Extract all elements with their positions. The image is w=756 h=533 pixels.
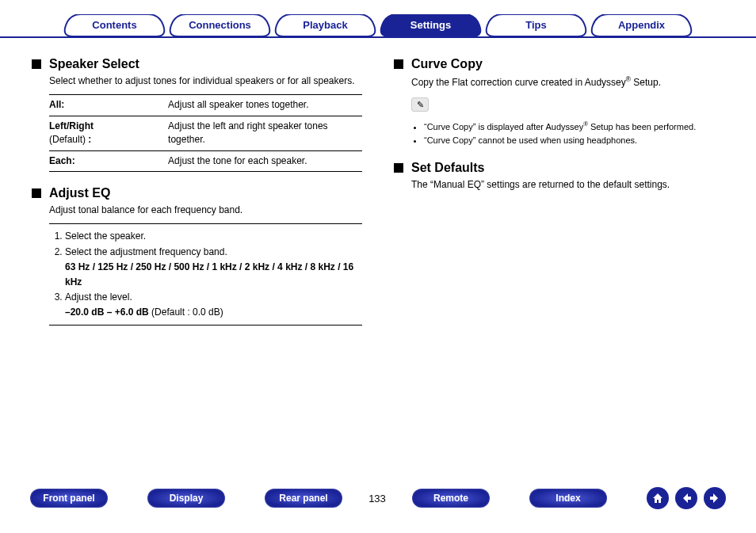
curve-copy-notes: ✎ “Curve Copy” is displayed after Audyss… bbox=[411, 97, 724, 147]
home-icon[interactable] bbox=[647, 487, 669, 509]
tab-playback[interactable]: Playback bbox=[273, 14, 378, 36]
index-button[interactable]: Index bbox=[529, 489, 607, 508]
rear-panel-button[interactable]: Rear panel bbox=[265, 489, 342, 508]
curve-copy-desc: Copy the Flat correction curve created i… bbox=[411, 74, 724, 89]
next-page-icon[interactable] bbox=[704, 487, 726, 509]
square-bullet-icon bbox=[32, 59, 41, 69]
pencil-icon: ✎ bbox=[411, 97, 429, 112]
set-defaults-desc: The “Manual EQ” settings are returned to… bbox=[411, 178, 724, 192]
tab-tips[interactable]: Tips bbox=[483, 14, 589, 36]
remote-button[interactable]: Remote bbox=[412, 489, 490, 508]
adjust-eq-desc: Adjust tonal balance for each frequency … bbox=[49, 204, 362, 217]
table-row: All: Adjust all speaker tones together. bbox=[49, 95, 362, 116]
speaker-select-options: All: Adjust all speaker tones together. … bbox=[49, 94, 362, 172]
tab-contents[interactable]: Contents bbox=[62, 14, 167, 36]
bottom-bar: Front panel Display Rear panel 133 Remot… bbox=[0, 487, 756, 509]
front-panel-button[interactable]: Front panel bbox=[30, 489, 108, 508]
tab-appendix[interactable]: Appendix bbox=[589, 14, 694, 36]
top-tabs: Contents Connections Playback Settings T… bbox=[0, 0, 756, 38]
display-button[interactable]: Display bbox=[147, 489, 225, 508]
list-item: Select the adjustment frequency band. 63… bbox=[65, 245, 362, 291]
heading-speaker-select: Speaker Select bbox=[32, 57, 362, 71]
list-item: “Curve Copy” is displayed after Audyssey… bbox=[424, 120, 724, 133]
nav-icons bbox=[647, 487, 726, 509]
page-number: 133 bbox=[366, 493, 388, 504]
table-row: Each: Adjust the tone for each speaker. bbox=[49, 150, 362, 171]
right-column: Curve Copy Copy the Flat correction curv… bbox=[394, 52, 724, 326]
tab-connections[interactable]: Connections bbox=[167, 14, 273, 36]
left-column: Speaker Select Select whether to adjust … bbox=[32, 52, 362, 326]
list-item: “Curve Copy” cannot be used when using h… bbox=[424, 134, 724, 147]
square-bullet-icon bbox=[32, 188, 41, 198]
heading-curve-copy: Curve Copy bbox=[394, 57, 724, 71]
list-item: Adjust the level. –20.0 dB – +6.0 dB (De… bbox=[65, 290, 362, 320]
content-area: Speaker Select Select whether to adjust … bbox=[0, 38, 756, 326]
list-item: Select the speaker. bbox=[65, 229, 362, 244]
prev-page-icon[interactable] bbox=[675, 487, 697, 509]
table-row: Left/Right (Default) : Adjust the left a… bbox=[49, 116, 362, 150]
heading-set-defaults: Set Defaults bbox=[394, 161, 724, 175]
square-bullet-icon bbox=[394, 59, 403, 69]
tab-settings[interactable]: Settings bbox=[378, 14, 483, 36]
adjust-eq-steps: Select the speaker. Select the adjustmen… bbox=[49, 223, 362, 326]
heading-adjust-eq: Adjust EQ bbox=[32, 186, 362, 200]
square-bullet-icon bbox=[394, 163, 403, 173]
speaker-select-desc: Select whether to adjust tones for indiv… bbox=[49, 74, 362, 88]
